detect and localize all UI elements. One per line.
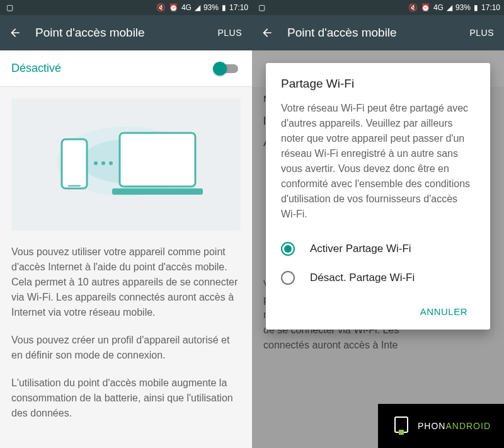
signal-icon: ◢ — [447, 3, 452, 12]
status-bar: ▢ 🔇 ⏰ 4G ◢ 93% ▮ 17:10 — [252, 0, 504, 15]
wifi-sharing-dialog: Partage Wi-Fi Votre réseau Wi-Fi peut êt… — [266, 63, 490, 330]
app-bar: Point d'accès mobile PLUS — [252, 15, 504, 50]
phonandroid-logo-icon — [391, 416, 411, 436]
time-label: 17:10 — [229, 3, 248, 12]
screen-left: ▢ 🔇 ⏰ 4G ◢ 93% ▮ 17:10 Point d'accès mob… — [0, 0, 252, 448]
screenshot-icon: ▢ — [6, 3, 13, 12]
hotspot-toggle-row[interactable]: Désactivé — [0, 50, 252, 87]
screen-right: ▢ 🔇 ⏰ 4G ◢ 93% ▮ 17:10 Point d'accès mob… — [252, 0, 504, 448]
page-title: Point d'accès mobile — [287, 26, 469, 40]
time-label: 17:10 — [481, 3, 500, 12]
svg-rect-7 — [120, 133, 195, 187]
page-title: Point d'accès mobile — [35, 26, 217, 40]
arrow-left-icon — [261, 26, 273, 39]
svg-rect-2 — [62, 139, 87, 188]
radio-option-enable[interactable]: Activer Partage Wi-Fi — [281, 234, 475, 263]
watermark-text: PHONANDROID — [418, 421, 491, 431]
toggle-label: Désactivé — [11, 62, 213, 75]
radio-option-disable[interactable]: Désact. Partage Wi-Fi — [281, 263, 475, 292]
description-3: L'utilisation du point d'accès mobile au… — [11, 376, 241, 421]
arrow-left-icon — [9, 26, 21, 39]
alarm-icon: ⏰ — [169, 3, 178, 12]
status-bar: ▢ 🔇 ⏰ 4G ◢ 93% ▮ 17:10 — [0, 0, 252, 15]
dialog-title: Partage Wi-Fi — [281, 77, 475, 91]
cancel-button[interactable]: ANNULER — [413, 300, 475, 323]
radio-icon — [281, 242, 295, 256]
description-2: Vous pouvez créer un profil d'appareil a… — [11, 333, 241, 363]
battery-icon: ▮ — [474, 3, 478, 12]
svg-rect-10 — [399, 430, 404, 435]
battery-icon: ▮ — [222, 3, 226, 12]
network-label: 4G — [433, 3, 444, 12]
description-1: Vous pouvez utiliser votre appareil comm… — [11, 244, 241, 320]
mute-icon: 🔇 — [156, 3, 166, 12]
dialog-body: Votre réseau Wi-Fi peut être partagé ave… — [281, 101, 475, 222]
svg-rect-8 — [112, 188, 203, 195]
radio-icon — [281, 271, 295, 285]
more-button[interactable]: PLUS — [217, 28, 244, 38]
mute-icon: 🔇 — [408, 3, 418, 12]
svg-point-6 — [109, 161, 113, 165]
back-button[interactable] — [260, 25, 275, 40]
svg-point-5 — [101, 161, 105, 165]
svg-rect-3 — [68, 185, 81, 187]
alarm-icon: ⏰ — [421, 3, 430, 12]
radio-label: Désact. Partage Wi-Fi — [310, 272, 415, 284]
screenshot-icon: ▢ — [258, 3, 265, 12]
more-button[interactable]: PLUS — [469, 28, 496, 38]
back-button[interactable] — [8, 25, 23, 40]
toggle-switch[interactable] — [213, 60, 241, 77]
svg-point-4 — [94, 161, 98, 165]
signal-icon: ◢ — [195, 3, 200, 12]
radio-label: Activer Partage Wi-Fi — [310, 243, 411, 255]
battery-label: 93% — [203, 3, 219, 12]
battery-label: 93% — [455, 3, 471, 12]
hotspot-illustration — [11, 98, 241, 231]
app-bar: Point d'accès mobile PLUS — [0, 15, 252, 50]
network-label: 4G — [181, 3, 192, 12]
phonandroid-watermark: PHONANDROID — [378, 404, 504, 448]
